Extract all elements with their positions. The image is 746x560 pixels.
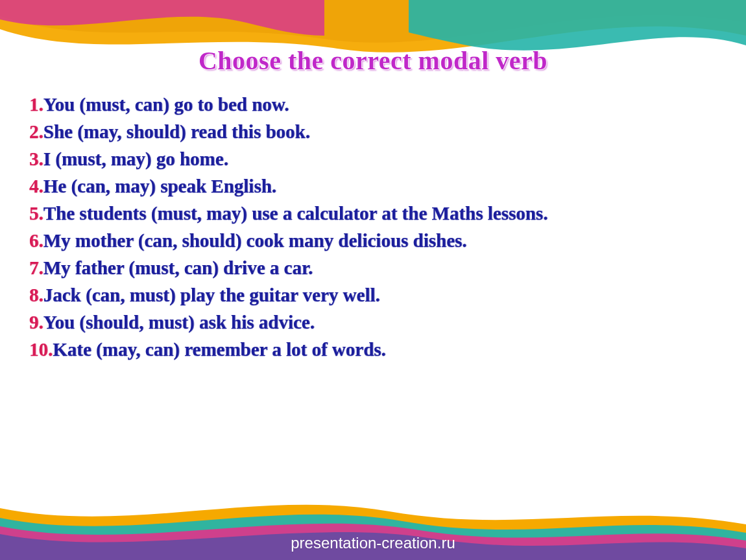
item-number: 2. <box>29 121 43 142</box>
item-text: He (can, may) speak English. <box>43 176 276 196</box>
item-number: 4. <box>29 176 43 196</box>
item-text: I (must, may) go home. <box>43 148 228 169</box>
item-number: 5. <box>29 203 43 224</box>
exercise-list: 1.You (must, can) go to bed now. 2.She (… <box>29 91 717 363</box>
item-number: 7. <box>29 257 43 278</box>
item-text: You (must, can) go to bed now. <box>43 94 289 115</box>
item-text: Kate (may, can) remember a lot of words. <box>53 339 386 360</box>
slide: Choose the correct modal verb 1.You (mus… <box>0 0 746 560</box>
item-number: 1. <box>29 94 43 115</box>
item-number: 9. <box>29 312 43 332</box>
list-item: 6.My mother (can, should) cook many deli… <box>29 227 717 254</box>
list-item: 9.You (should, must) ask his advice. <box>29 309 717 336</box>
footer-text: presentation-creation.ru <box>0 534 746 552</box>
item-text: My mother (can, should) cook many delici… <box>43 230 467 251</box>
item-number: 8. <box>29 285 43 305</box>
item-text: You (should, must) ask his advice. <box>43 312 315 332</box>
item-text: Jack (can, must) play the guitar very we… <box>43 285 380 305</box>
item-number: 10. <box>29 339 53 360</box>
page-title: Choose the correct modal verb <box>0 45 746 76</box>
list-item: 5.The students (must, may) use a calcula… <box>29 200 717 227</box>
list-item: 2.She (may, should) read this book. <box>29 118 717 145</box>
item-text: The students (must, may) use a calculato… <box>43 203 548 224</box>
list-item: 1.You (must, can) go to bed now. <box>29 91 717 118</box>
list-item: 4.He (can, may) speak English. <box>29 172 717 200</box>
item-text: She (may, should) read this book. <box>43 121 310 142</box>
list-item: 10.Kate (may, can) remember a lot of wor… <box>29 336 717 363</box>
list-item: 3.I (must, may) go home. <box>29 145 717 172</box>
list-item: 7.My father (must, can) drive a car. <box>29 254 717 281</box>
item-number: 6. <box>29 230 43 251</box>
list-item: 8.Jack (can, must) play the guitar very … <box>29 281 717 309</box>
item-text: My father (must, can) drive a car. <box>43 257 313 278</box>
item-number: 3. <box>29 148 43 169</box>
